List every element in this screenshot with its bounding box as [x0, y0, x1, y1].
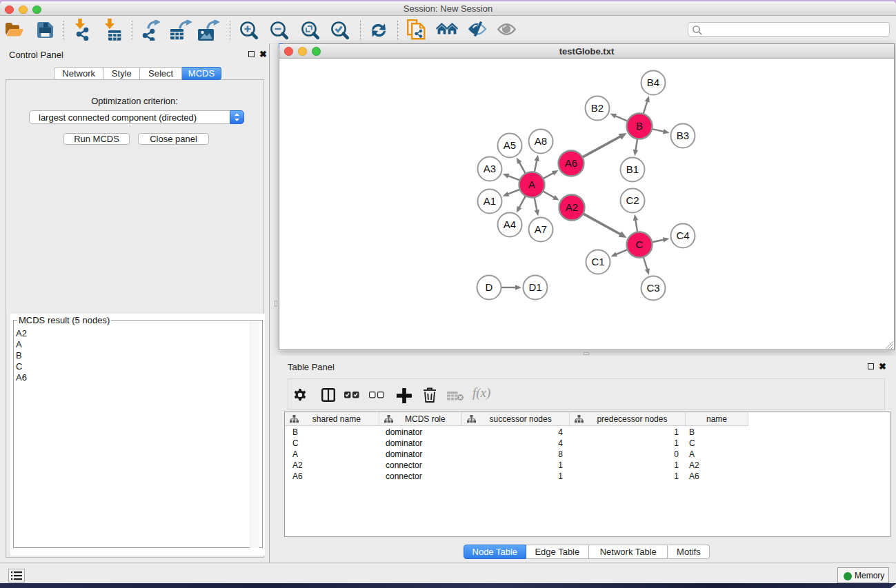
svg-text:C1: C1: [591, 256, 604, 267]
svg-text:A1: A1: [484, 195, 496, 207]
svg-text:B3: B3: [677, 130, 689, 141]
svg-text:A6: A6: [565, 157, 577, 169]
svg-text:C: C: [636, 239, 644, 250]
svg-text:A: A: [528, 179, 535, 190]
svg-text:A2: A2: [566, 201, 578, 213]
svg-text:C4: C4: [676, 230, 689, 241]
svg-text:D: D: [486, 281, 493, 293]
svg-text:B1: B1: [626, 163, 639, 175]
svg-text:B4: B4: [647, 77, 659, 88]
svg-text:A4: A4: [504, 219, 516, 230]
svg-text:B2: B2: [591, 102, 604, 114]
svg-text:D1: D1: [528, 281, 541, 293]
svg-text:B: B: [636, 120, 643, 132]
svg-text:C3: C3: [646, 282, 659, 294]
svg-text:A8: A8: [535, 135, 547, 147]
svg-text:A7: A7: [535, 223, 547, 235]
svg-text:C2: C2: [626, 194, 639, 206]
svg-text:A5: A5: [504, 139, 516, 151]
svg-text:A3: A3: [484, 163, 496, 174]
